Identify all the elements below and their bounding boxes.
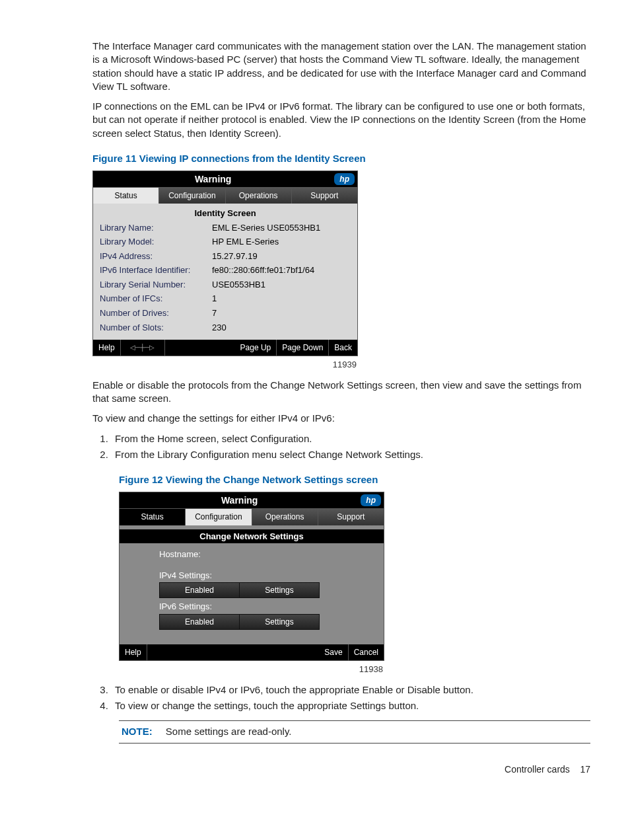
step-2: From the Library Configuration menu sele…	[111, 448, 590, 461]
tab-operations[interactable]: Operations	[226, 188, 292, 204]
cancel-button[interactable]: Cancel	[349, 644, 384, 660]
hostname-label: Hostname:	[159, 549, 384, 560]
row-value: 1	[212, 293, 217, 305]
note-label: NOTE:	[122, 726, 153, 737]
intro-paragraph-1: The Interface Manager card communicates …	[92, 40, 590, 93]
figure-11-caption: Figure 11 Viewing IP connections from th…	[92, 152, 590, 165]
to-view-paragraph: To view and change the settings for eith…	[92, 412, 590, 425]
ipv4-settings-label: IPv4 Settings:	[159, 570, 384, 582]
ocp-tabs: Status Configuration Operations Support	[93, 187, 357, 204]
ipv6-enabled-button[interactable]: Enabled	[159, 614, 239, 630]
identity-screen-title: Identity Screen	[100, 208, 351, 219]
row-label: IPv4 Address:	[100, 250, 212, 262]
ocp-tabs-2: Status Configuration Operations Support	[120, 508, 384, 525]
ocp-warning-label: Warning	[120, 494, 359, 507]
save-button[interactable]: Save	[319, 644, 348, 660]
row-value: fe80::280:66ff:fe01:7bf1/64	[212, 264, 314, 276]
row-label: Library Model:	[100, 236, 212, 248]
step-4: To view or change the settings, touch th…	[111, 699, 590, 712]
row-label: Library Name:	[100, 222, 212, 234]
ipv6-settings-label: IPv6 Settings:	[159, 601, 384, 613]
tab-configuration[interactable]: Configuration	[159, 188, 225, 204]
row-label: Number of Drives:	[100, 307, 212, 319]
row-value: 7	[212, 307, 217, 319]
intro-paragraph-2: IP connections on the EML can be IPv4 or…	[92, 100, 590, 140]
footer-page-number: 17	[580, 764, 590, 775]
tab-support[interactable]: Support	[292, 188, 357, 204]
steps-list-top: From the Home screen, select Configurati…	[92, 432, 590, 462]
tab-status[interactable]: Status	[93, 188, 159, 204]
ipv4-settings-button[interactable]: Settings	[239, 582, 320, 598]
tab-operations[interactable]: Operations	[252, 509, 318, 525]
page-down-button[interactable]: Page Down	[277, 340, 329, 356]
row-value: HP EML E-Series	[212, 236, 279, 248]
note-box: NOTE: Some settings are read-only.	[119, 720, 590, 743]
page-footer: Controller cards 17	[26, 763, 604, 776]
row-label: Number of IFCs:	[100, 293, 212, 305]
step-1: From the Home screen, select Configurati…	[111, 432, 590, 445]
ocp-warning-label: Warning	[93, 173, 333, 186]
step-3: To enable or disable IPv4 or IPv6, touch…	[111, 683, 590, 697]
steps-list-bottom: To enable or disable IPv4 or IPv6, touch…	[92, 683, 590, 713]
row-value: USE0553HB1	[212, 279, 265, 291]
row-label: IPv6 Interface Identifier:	[100, 264, 212, 276]
figure-12-caption: Figure 12 Viewing the Change Network Set…	[119, 473, 590, 486]
page-up-button[interactable]: Page Up	[235, 340, 277, 356]
tab-configuration[interactable]: Configuration	[186, 509, 252, 525]
row-value: 15.27.97.19	[212, 250, 258, 262]
tab-support[interactable]: Support	[318, 509, 384, 525]
figure-11-screenshot: Warning hp Status Configuration Operatio…	[92, 171, 358, 356]
tab-status[interactable]: Status	[120, 509, 186, 525]
figure-11-id: 11939	[92, 359, 357, 371]
enable-disable-paragraph: Enable or disable the protocols from the…	[92, 379, 590, 406]
help-button[interactable]: Help	[120, 644, 147, 660]
row-label: Number of Slots:	[100, 322, 212, 334]
help-button[interactable]: Help	[93, 340, 121, 356]
change-network-title: Change Network Settings	[120, 529, 384, 544]
brightness-slider-icon[interactable]: ◁─┼─▷	[121, 340, 165, 356]
figure-12-id: 11938	[119, 664, 383, 675]
row-label: Library Serial Number:	[100, 279, 212, 291]
hp-logo-icon: hp	[334, 173, 355, 185]
back-button[interactable]: Back	[329, 340, 357, 356]
note-text: Some settings are read-only.	[166, 726, 292, 737]
ipv6-settings-button[interactable]: Settings	[239, 614, 320, 630]
row-value: 230	[212, 322, 227, 334]
figure-12-screenshot: Warning hp Status Configuration Operatio…	[119, 492, 384, 661]
footer-section: Controller cards	[505, 764, 570, 775]
row-value: EML E-Series USE0553HB1	[212, 222, 320, 234]
hp-logo-icon: hp	[361, 494, 381, 506]
ipv4-enabled-button[interactable]: Enabled	[159, 582, 239, 598]
